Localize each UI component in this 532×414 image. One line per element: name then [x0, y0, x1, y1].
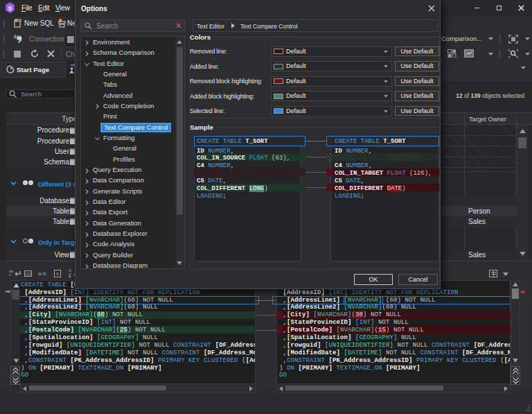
svg-text:S: S	[8, 5, 12, 12]
